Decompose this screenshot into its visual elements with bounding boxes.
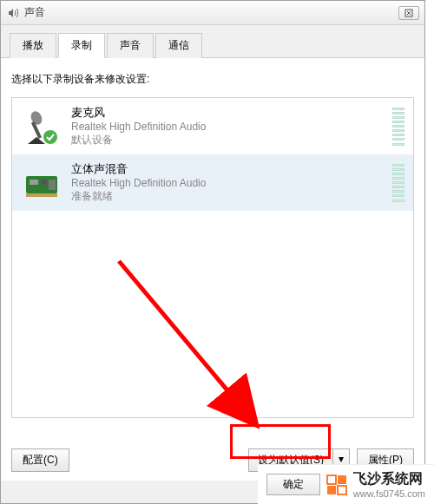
device-status: 准备就绪 [71, 189, 392, 204]
device-sub: Realtek High Definition Audio [71, 121, 392, 133]
microphone-icon [21, 106, 62, 147]
ok-button[interactable]: 确定 [266, 474, 320, 495]
soundcard-icon [21, 162, 62, 204]
brand-url: www.fs0745.com [353, 488, 425, 499]
device-microphone[interactable]: 麦克风 Realtek High Definition Audio 默认设备 [12, 98, 413, 154]
tab-strip: 播放 录制 声音 通信 [1, 25, 424, 58]
svg-rect-9 [49, 180, 56, 190]
tab-playback[interactable]: 播放 [10, 33, 56, 58]
device-status: 默认设备 [71, 133, 392, 147]
device-name: 立体声混音 [71, 161, 392, 177]
svg-point-3 [29, 109, 44, 127]
device-name: 麦克风 [71, 105, 392, 121]
svg-rect-14 [327, 486, 336, 494]
svg-point-5 [43, 130, 57, 144]
tab-content: 选择以下录制设备来修改设置: 麦克风 Realtek High Definiti… [1, 58, 424, 440]
svg-rect-8 [42, 180, 47, 185]
level-meter [392, 164, 404, 202]
tab-sounds[interactable]: 声音 [107, 33, 154, 58]
brand-icon [326, 474, 348, 496]
svg-rect-13 [338, 475, 346, 484]
svg-rect-10 [26, 193, 57, 197]
sound-dialog: 声音 播放 录制 声音 通信 选择以下录制设备来修改设置: 麦克风 Realte… [0, 0, 425, 504]
footer: 确定 飞沙系统网 www.fs0745.com [258, 464, 434, 504]
close-button[interactable] [398, 6, 419, 20]
brand-name: 飞沙系统网 [353, 471, 423, 486]
device-stereo-mix[interactable]: 立体声混音 Realtek High Definition Audio 准备就绪 [12, 154, 413, 211]
svg-rect-7 [30, 180, 38, 185]
svg-rect-15 [338, 486, 346, 494]
tab-recording[interactable]: 录制 [58, 33, 105, 58]
titlebar: 声音 [1, 1, 424, 25]
instruction-text: 选择以下录制设备来修改设置: [11, 72, 414, 87]
speaker-icon [6, 6, 20, 20]
device-sub: Realtek High Definition Audio [71, 177, 392, 189]
brand: 飞沙系统网 www.fs0745.com [326, 470, 425, 499]
level-meter [392, 108, 404, 146]
device-info: 立体声混音 Realtek High Definition Audio 准备就绪 [71, 161, 392, 204]
device-list: 麦克风 Realtek High Definition Audio 默认设备 立… [11, 97, 414, 418]
configure-button[interactable]: 配置(C) [11, 448, 69, 472]
device-info: 麦克风 Realtek High Definition Audio 默认设备 [71, 105, 392, 147]
window-title: 声音 [24, 5, 398, 20]
tab-communications[interactable]: 通信 [155, 33, 202, 58]
close-icon [404, 9, 413, 17]
svg-rect-12 [327, 475, 336, 484]
